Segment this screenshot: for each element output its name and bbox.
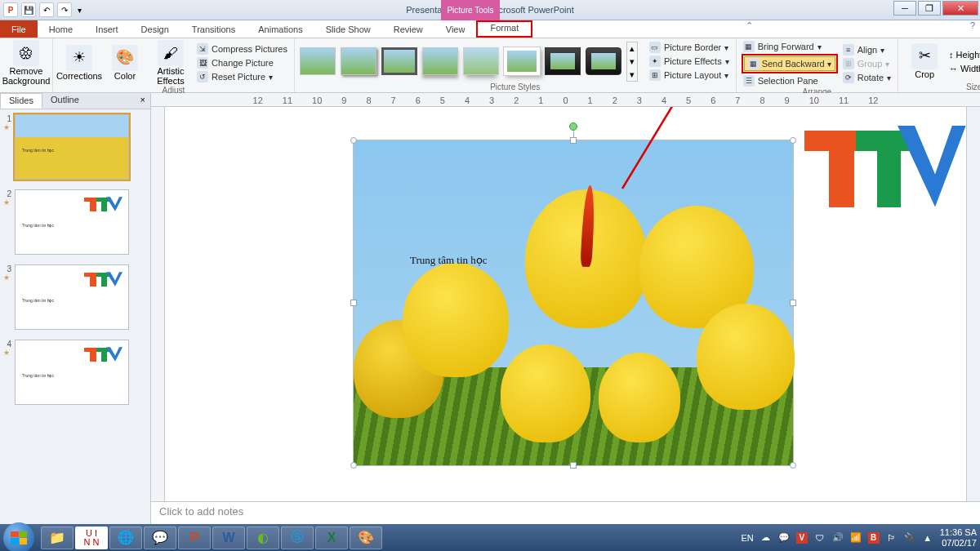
taskbar-chrome[interactable]: 🌐	[109, 527, 142, 549]
taskbar-skype[interactable]: Ⓢ	[281, 527, 314, 549]
notes-pane[interactable]: Click to add notes	[151, 501, 980, 524]
app-icon[interactable]: P	[3, 2, 18, 17]
horizontal-ruler[interactable]: 1211109876543210123456789101112	[151, 93, 980, 107]
taskbar-paint[interactable]: 🎨	[350, 527, 382, 549]
minimize-button[interactable]: ─	[893, 1, 916, 16]
tab-slideshow[interactable]: Slide Show	[314, 20, 382, 38]
tray-power-icon[interactable]: 🔌	[904, 532, 915, 544]
outline-tab[interactable]: Outline	[42, 93, 87, 109]
taskbar-coccoc[interactable]: ◐	[247, 527, 279, 549]
style-thumb-2[interactable]	[341, 47, 376, 75]
tab-transitions[interactable]: Transitions	[180, 20, 247, 38]
vertical-scrollbar[interactable]	[966, 107, 980, 501]
tab-design[interactable]: Design	[130, 20, 180, 38]
resize-handle-n[interactable]	[570, 137, 577, 144]
tab-insert[interactable]: Insert	[84, 20, 130, 38]
resize-handle-sw[interactable]	[350, 462, 357, 469]
resize-handle-nw[interactable]	[350, 137, 357, 144]
style-thumb-5[interactable]	[463, 47, 499, 75]
taskbar-powerpoint[interactable]: P	[178, 527, 211, 549]
style-thumb-8[interactable]	[586, 47, 621, 75]
tray-chat-icon[interactable]: 💬	[778, 532, 790, 544]
rotate-handle[interactable]	[569, 122, 577, 131]
picture-effects-button[interactable]: ✦Picture Effects ▾	[648, 55, 731, 68]
close-button[interactable]: ✕	[942, 1, 978, 16]
style-thumb-4[interactable]	[422, 47, 458, 75]
style-thumb-3[interactable]	[381, 47, 417, 75]
slide-text[interactable]: Trung tâm tin học	[410, 254, 488, 267]
tab-home[interactable]: Home	[38, 20, 84, 38]
help-icon[interactable]: ?	[965, 20, 980, 38]
slides-tab[interactable]: Slides	[0, 93, 42, 109]
thumb-num-1: 1	[3, 114, 11, 123]
tray-v-icon[interactable]: V	[796, 532, 808, 544]
tray-b-icon[interactable]: B	[868, 532, 880, 544]
start-button[interactable]	[3, 522, 34, 552]
style-thumb-1[interactable]	[300, 47, 336, 75]
slide-thumbnail-1[interactable]: Trung tâm tin học	[15, 114, 129, 180]
tray-clock[interactable]: 11:36 SA 07/02/17	[940, 527, 977, 547]
rotate-button[interactable]: ⟳Rotate ▾	[841, 71, 893, 84]
tray-volume-icon[interactable]: 🔊	[832, 532, 844, 544]
contextual-tab-label: Picture Tools	[441, 0, 500, 20]
resize-handle-ne[interactable]	[790, 137, 796, 144]
remove-background-button[interactable]: 🏵 Remove Background	[5, 40, 47, 86]
corrections-button[interactable]: ☀Corrections	[58, 45, 100, 82]
taskbar-word[interactable]: W	[212, 527, 245, 549]
align-label: Align	[858, 45, 877, 55]
ribbon-minimize-icon[interactable]: ⌃	[741, 20, 758, 38]
picture-layout-button[interactable]: ⊞Picture Layout ▾	[648, 69, 731, 82]
picture-styles-gallery[interactable]: ▴▾▾	[300, 42, 638, 82]
resize-handle-se[interactable]	[790, 462, 796, 469]
redo-icon[interactable]: ↷	[57, 2, 72, 17]
tray-overflow-icon[interactable]: ▲	[922, 532, 933, 544]
align-button[interactable]: ≡Align ▾	[841, 43, 893, 56]
selected-picture[interactable]	[353, 140, 794, 466]
vertical-ruler[interactable]	[151, 107, 165, 501]
taskbar-unikey[interactable]: U IN N	[75, 527, 108, 549]
tab-review[interactable]: Review	[382, 20, 434, 38]
tray-cloud-icon[interactable]: ☁	[760, 532, 772, 544]
style-thumb-6[interactable]	[504, 47, 540, 75]
rotate-icon: ⟳	[843, 72, 854, 83]
resize-handle-w[interactable]	[350, 300, 357, 306]
slide-thumbnail-4[interactable]: Trung tâm tin học	[15, 340, 129, 405]
taskbar-zalo[interactable]: 💬	[144, 527, 176, 549]
resize-handle-e[interactable]	[790, 300, 796, 306]
gallery-expand[interactable]: ▴▾▾	[626, 42, 638, 82]
undo-icon[interactable]: ↶	[39, 2, 54, 17]
tray-shield-icon[interactable]: 🛡	[814, 532, 826, 544]
tab-format[interactable]: Format	[479, 23, 530, 33]
reset-icon: ↺	[197, 71, 208, 82]
logo-picture[interactable]	[798, 115, 966, 217]
tab-animations[interactable]: Animations	[247, 20, 314, 38]
panel-close-icon[interactable]: ×	[136, 93, 150, 109]
tray-language[interactable]: EN	[741, 533, 753, 543]
maximize-button[interactable]: ❐	[918, 1, 941, 16]
send-backward-button[interactable]: ▦Send Backward ▾	[744, 56, 835, 71]
bring-forward-button[interactable]: ▦Bring Forward ▾	[742, 40, 838, 53]
tray-network-icon[interactable]: 📶	[850, 532, 862, 544]
slide-canvas[interactable]: Trung tâm tin học	[165, 107, 966, 501]
selection-pane-button[interactable]: ☰Selection Pane	[742, 74, 838, 87]
remove-background-label: Remove Background	[2, 67, 51, 86]
compress-pictures-button[interactable]: ⇲Compress Pictures	[195, 42, 289, 56]
tab-view[interactable]: View	[434, 20, 477, 38]
slide-thumbnail-2[interactable]: Trung tâm tin học	[15, 189, 129, 255]
picture-border-button[interactable]: ▭Picture Border ▾	[648, 41, 731, 54]
taskbar-excel[interactable]: X	[315, 527, 348, 549]
qat-customize-icon[interactable]: ▾	[75, 2, 83, 17]
artistic-effects-button[interactable]: 🖌Artistic Effects	[149, 40, 192, 86]
color-button[interactable]: 🎨Color	[104, 45, 146, 82]
reset-picture-button[interactable]: ↺Reset Picture ▾	[195, 70, 289, 83]
save-icon[interactable]: 💾	[21, 2, 36, 17]
tray-flag-icon[interactable]: 🏳	[886, 532, 898, 544]
resize-handle-s[interactable]	[570, 462, 577, 469]
group-button[interactable]: ⊞Group ▾	[841, 57, 893, 70]
slide-thumbnail-3[interactable]: Trung tâm tin học	[15, 264, 129, 330]
crop-button[interactable]: ✂Crop	[903, 43, 946, 80]
style-thumb-7[interactable]	[545, 47, 581, 75]
tab-file[interactable]: File	[0, 20, 38, 38]
taskbar-explorer[interactable]: 📁	[41, 527, 74, 549]
change-picture-button[interactable]: 🖼Change Picture	[195, 56, 289, 69]
